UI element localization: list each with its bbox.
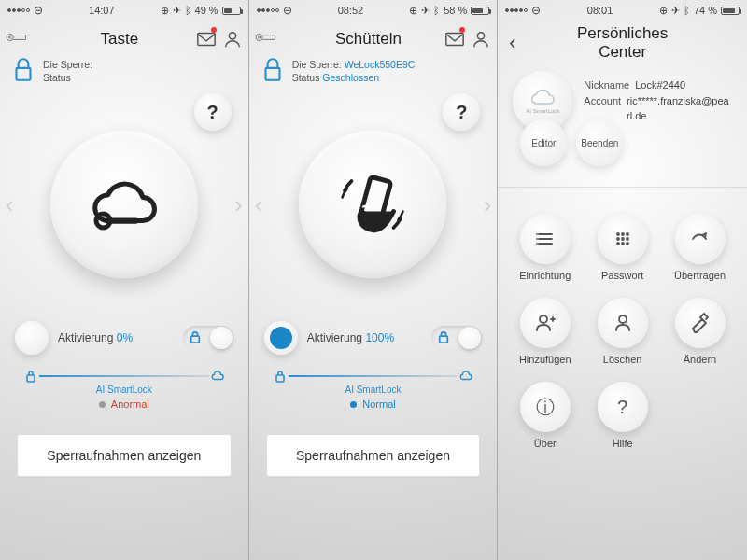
next-icon[interactable]: › [484,190,492,219]
carrier-icon: ⊖ [34,4,43,17]
bluetooth-icon: ᛒ [684,5,690,16]
connection-status: Normal [249,399,498,410]
svg-rect-4 [17,68,31,80]
screen-taste: ⊖ 14:07 ⊕ ✈ ᛒ 49 % Taste Die S [0,0,249,560]
page-title: Persönliches Center [556,24,689,62]
profile-icon[interactable] [222,29,243,49]
connection-track [274,370,473,383]
lock-status: Die Sperre: WeLock550E9C Status Geschlos… [292,58,416,84]
svg-point-16 [617,233,619,235]
clock: 08:52 [338,5,364,16]
header: Taste [0,21,248,56]
account-info: NicknameLock#2440 Accountric*****.franzi… [578,77,729,124]
help-button[interactable]: ? [443,93,480,131]
gps-icon: ⊕ [161,5,169,17]
profile-icon[interactable] [471,29,491,49]
add-user-button[interactable]: Hinzufügen [509,298,581,365]
battery-icon [471,7,489,15]
delete-user-button[interactable]: Löschen [586,298,658,365]
svg-point-9 [258,36,260,38]
show-records-button[interactable]: Sperraufnahmen anzeigen [266,434,481,477]
cloud-node-icon [459,370,472,383]
messages-icon[interactable] [444,29,465,49]
svg-rect-7 [27,375,35,382]
gps-icon: ⊕ [409,5,417,17]
messages-icon[interactable] [196,29,217,49]
battery-text: 49 % [195,5,218,16]
brand-label: AI SmartLock [0,385,248,395]
activation-row: Aktivierung 100% [249,321,498,360]
clock: 08:01 [587,5,613,16]
prev-icon[interactable]: ‹ [255,190,263,219]
next-icon[interactable]: › [234,190,243,219]
help-button[interactable]: ? Hilfe [586,382,658,449]
keypad-icon [612,228,634,250]
lock-node-icon [274,370,287,383]
signal-icon [505,8,528,12]
svg-point-17 [622,233,624,235]
logout-button[interactable]: Beenden [576,119,623,166]
transfer-button[interactable]: Übertragen [664,214,736,281]
records-icon[interactable] [6,31,28,48]
lock-toggle[interactable] [183,326,233,350]
eraser-icon [689,312,712,334]
change-button[interactable]: Ändern [664,298,736,365]
status-bar: ⊖ 08:01 ⊕ ✈ ᛒ 74 % [498,0,747,21]
about-button[interactable]: ⓘ Über [509,382,581,449]
cloud-key-icon [87,167,162,242]
lock-status: Die Sperre: Status [43,58,92,84]
editor-button[interactable]: Editor [520,119,567,166]
svg-rect-15 [276,375,284,382]
user-plus-icon [534,312,557,334]
screen-personal-center: ⊖ 08:01 ⊕ ✈ ᛒ 74 % ‹ Persönliches Center… [498,0,747,560]
share-icon [689,228,712,250]
svg-point-18 [627,233,628,235]
bluetooth-icon: ᛒ [433,5,440,16]
unlock-button[interactable] [50,131,198,278]
activation-indicator [264,321,298,355]
alarm-icon: ✈ [671,5,680,17]
carrier-icon: ⊖ [283,4,292,17]
gps-icon: ⊕ [659,5,668,17]
clock: 14:07 [89,5,115,16]
unlock-button[interactable] [299,131,446,278]
svg-point-22 [617,243,619,245]
battery-icon [222,7,241,15]
connection-track [24,370,224,383]
page-title: Schütteln [335,30,402,49]
user-icon [612,312,634,334]
header: Schütteln [249,21,498,56]
password-button[interactable]: Passwort [586,214,658,281]
signal-icon [257,8,279,12]
activation-indicator [15,321,49,355]
lock-icon [261,56,285,88]
svg-point-8 [256,34,262,40]
cloud-node-icon [211,370,224,383]
alarm-icon: ✈ [421,5,430,17]
svg-rect-10 [446,34,463,46]
brand-label: AI SmartLock [249,385,498,395]
svg-point-26 [619,315,627,323]
prev-icon[interactable]: ‹ [6,190,14,219]
screen-schuetteln: ⊖ 08:52 ⊕ ✈ ᛒ 58 % Schütteln D [249,0,499,560]
svg-point-0 [7,34,13,40]
shake-phone-icon [335,167,410,242]
alarm-icon: ✈ [173,5,181,17]
svg-point-19 [617,238,619,240]
svg-point-24 [627,243,628,245]
records-icon[interactable] [255,31,277,48]
help-button[interactable]: ? [194,93,232,131]
battery-icon [721,7,740,15]
signal-icon [7,8,30,12]
setup-button[interactable]: Einrichtung [509,214,581,281]
show-records-button[interactable]: Sperraufnahmen anzeigen [17,434,232,477]
svg-rect-2 [197,34,214,46]
svg-rect-6 [190,336,199,343]
back-button[interactable]: ‹ [503,31,515,55]
lock-toggle[interactable] [431,326,482,350]
svg-point-1 [9,36,11,38]
svg-point-23 [622,243,624,245]
svg-point-21 [627,238,628,240]
battery-text: 58 % [444,5,467,16]
question-icon: ? [617,397,627,418]
